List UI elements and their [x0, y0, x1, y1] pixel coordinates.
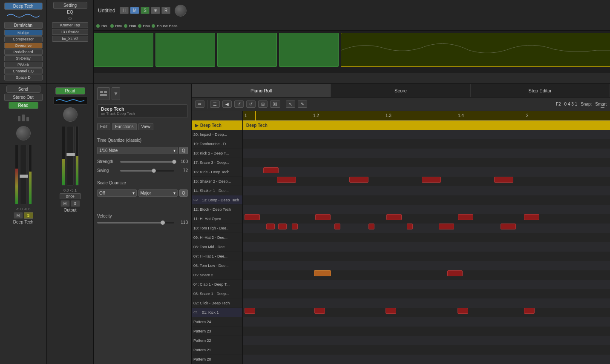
channel-name-button[interactable]: Deep Tech	[4, 3, 43, 10]
strength-thumb[interactable]	[172, 160, 176, 164]
note-shaker1-1[interactable]	[277, 177, 296, 183]
plugin-kramertap[interactable]: Kramer Tap	[52, 22, 88, 28]
pr-filter-btn[interactable]: ⊟	[258, 100, 268, 108]
note-tomm-3[interactable]	[292, 224, 298, 229]
pr-list-btn[interactable]: ☰	[210, 100, 220, 108]
fader-thumb-left[interactable]	[20, 175, 28, 178]
tab-piano-roll[interactable]: Piano Roll	[192, 84, 331, 97]
tab-score[interactable]: Score	[331, 84, 470, 97]
note-hihat2-5[interactable]	[524, 214, 539, 220]
mute-btn-mid[interactable]: M	[60, 200, 70, 207]
velocity-slider[interactable]	[97, 222, 174, 224]
pr-refresh-btn[interactable]: ↺	[246, 100, 256, 108]
drum-row-10: 10: Tom High - Dee...	[192, 224, 242, 233]
scale-major-dropdown[interactable]: Major ▾	[138, 189, 178, 197]
plugin-ptverb[interactable]: PtVerb	[4, 62, 43, 68]
plugin-l3ultra[interactable]: L3 UltraMa	[52, 29, 88, 35]
note-tomm-4[interactable]	[334, 224, 340, 229]
volume-knob[interactable]	[175, 5, 187, 17]
send-button[interactable]: Send	[6, 86, 40, 93]
drmmchn-button[interactable]: DrmMchn	[4, 22, 43, 29]
pr-cursor-btn[interactable]: ↖	[286, 100, 295, 108]
clip-block-active[interactable]	[341, 33, 610, 67]
q-button-scale[interactable]: Q	[179, 189, 188, 197]
note-tomm-2[interactable]	[278, 224, 287, 229]
freeze-button[interactable]: ❄	[151, 7, 160, 14]
row-bg-11	[243, 233, 610, 242]
panel-arrow-btn[interactable]: ▼	[112, 87, 120, 100]
swing-thumb[interactable]	[152, 169, 156, 173]
view-button[interactable]: View	[138, 123, 154, 130]
m-button[interactable]: M	[130, 7, 139, 14]
eq-button[interactable]: EQ	[67, 10, 73, 14]
setting-button[interactable]: Setting	[53, 2, 87, 9]
note-hihat2-4[interactable]	[458, 214, 473, 220]
note-hihat2-2[interactable]	[315, 214, 331, 220]
clip-block-4[interactable]	[279, 33, 339, 67]
clip-block-3[interactable]	[217, 33, 277, 67]
solo-btn-mid[interactable]: S	[71, 200, 80, 207]
note-value-dropdown[interactable]: 1/16 Note ▾	[97, 147, 178, 154]
h-button[interactable]: H	[120, 7, 129, 14]
note-shaker1-2[interactable]	[349, 177, 368, 183]
pr-edit-mode-btn[interactable]: ✏	[195, 100, 204, 108]
swing-slider[interactable]	[120, 170, 174, 172]
pr-grid[interactable]: 1 1.2 1.3 1.4 2 Deep Tech	[243, 111, 610, 364]
pr-chain-btn[interactable]: ⛓	[270, 100, 280, 108]
plugin-stdelay[interactable]: St-Delay	[4, 55, 43, 61]
note-tomm-6[interactable]	[407, 224, 413, 229]
fader-thumb-mid[interactable]	[66, 153, 75, 156]
plugin-pedalboard[interactable]: Pedalboard	[4, 49, 43, 55]
solo-btn-left[interactable]: S	[24, 212, 33, 219]
note-kick-3[interactable]	[386, 308, 396, 314]
pan-knob-mid[interactable]	[63, 107, 78, 122]
pan-knob-left[interactable]	[16, 126, 31, 140]
read-button-left[interactable]: Read	[9, 102, 38, 109]
note-tomm-8[interactable]	[501, 224, 516, 229]
pr-pencil-btn[interactable]: ✎	[298, 100, 307, 108]
plugin-spaced[interactable]: Space D	[4, 75, 43, 80]
tab-step-editor[interactable]: Step Editor	[471, 84, 610, 97]
note-kick-2[interactable]	[314, 308, 325, 314]
mute-btn-left[interactable]: M	[14, 212, 23, 219]
velocity-thumb[interactable]	[161, 221, 165, 225]
note-kick-1[interactable]	[245, 308, 255, 314]
note-snare2-1[interactable]	[314, 270, 331, 276]
note-shaker2-1[interactable]	[263, 167, 279, 173]
row-bg-2	[243, 149, 610, 158]
note-tomm-5[interactable]	[368, 224, 374, 229]
note-shaker1-3[interactable]	[422, 177, 441, 183]
panel-icon-btn[interactable]	[97, 87, 110, 100]
r-button[interactable]: R	[161, 7, 170, 14]
plugin-header: Deep Tech on Track Deep Tech ☰	[97, 104, 188, 118]
note-hihat2-1[interactable]	[245, 214, 260, 220]
note-kick-5[interactable]	[524, 308, 535, 314]
note-snare2-2[interactable]	[447, 270, 463, 276]
q-button-note[interactable]: Q	[179, 147, 188, 154]
plugin-bxxl[interactable]: bx_XL V2	[52, 36, 88, 42]
plugin-multipr[interactable]: Multipr	[4, 30, 43, 36]
stereo-out-button[interactable]: Stereo Out	[4, 94, 43, 101]
pr-left-btn[interactable]: ◀	[222, 100, 232, 108]
read-button-mid[interactable]: Read	[55, 87, 85, 95]
functions-button[interactable]: Functions	[112, 123, 136, 130]
plugin-menu-btn[interactable]: ☰	[600, 103, 605, 109]
bounce-btn[interactable]: Bnce	[60, 193, 81, 199]
edit-button[interactable]: Edit	[97, 123, 110, 130]
clip-block-1[interactable]	[94, 33, 153, 67]
plugin-compressor[interactable]: Compressor	[4, 36, 43, 42]
note-kick-4[interactable]	[458, 308, 468, 314]
clip-block-2[interactable]	[155, 33, 215, 67]
plugin-channeleq[interactable]: Channel EQ	[4, 68, 43, 74]
plugin-overdrive[interactable]: Overdrive	[4, 43, 43, 49]
row-bg-15	[243, 270, 610, 280]
note-hihat2-3[interactable]	[386, 214, 402, 220]
pr-loop-btn[interactable]: ↺	[234, 100, 244, 108]
scale-off-dropdown[interactable]: Off ▾	[97, 189, 137, 197]
note-tomm-1[interactable]	[266, 224, 275, 229]
note-shaker1-4[interactable]	[494, 177, 513, 183]
strength-slider[interactable]	[120, 161, 174, 163]
fader-track-mid	[67, 126, 74, 186]
s-button[interactable]: S	[141, 7, 150, 14]
note-tomm-7[interactable]	[439, 224, 454, 229]
